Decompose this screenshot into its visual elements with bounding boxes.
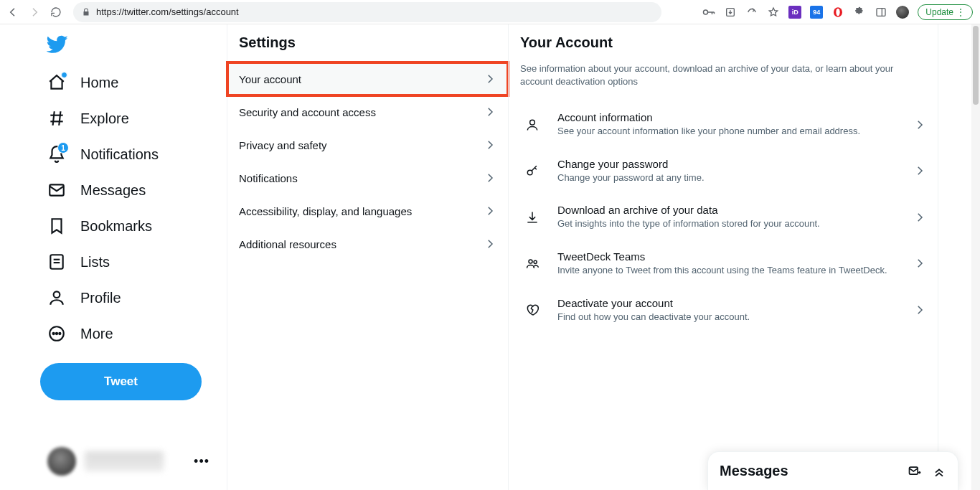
extension-badge-1[interactable]: iD (788, 6, 801, 19)
sidebar-item-notifications[interactable]: 1 Notifications (40, 136, 227, 172)
update-button[interactable]: Update ⋮ (918, 4, 973, 20)
envelope-icon (47, 181, 66, 199)
primary-nav: Home Explore 1 Notifications Messages (0, 24, 227, 490)
svg-point-3 (837, 8, 840, 16)
svg-point-22 (534, 261, 537, 264)
sidebar-item-label: Explore (80, 110, 129, 127)
sidebar-item-bookmarks[interactable]: Bookmarks (40, 208, 227, 244)
settings-item-additional[interactable]: Additional resources (227, 227, 508, 260)
key-icon[interactable] (702, 6, 715, 19)
sidebar-item-label: Messages (80, 182, 146, 199)
browser-nav-icons (7, 6, 62, 18)
hashtag-icon (47, 109, 66, 128)
extensions-puzzle-icon[interactable] (853, 6, 866, 19)
notifications-badge: 1 (57, 142, 69, 154)
profile-avatar-icon[interactable] (896, 6, 909, 19)
detail-item-change-password[interactable]: Change your password Change your passwor… (509, 148, 938, 194)
detail-title: Your Account (509, 24, 938, 62)
detail-item-title: Change your password (557, 158, 900, 170)
detail-item-desc: See your account information like your p… (557, 125, 900, 138)
chevron-right-icon (913, 303, 926, 316)
detail-item-account-info[interactable]: Account information See your account inf… (509, 101, 938, 148)
sidebar-item-label: Profile (80, 290, 121, 306)
opera-icon[interactable] (831, 6, 844, 19)
detail-description: See information about your account, down… (509, 62, 938, 101)
more-dots-icon: ••• (194, 454, 220, 469)
settings-item-security[interactable]: Security and account access (227, 95, 508, 128)
detail-item-desc: Get insights into the type of informatio… (557, 217, 900, 230)
messages-drawer[interactable]: Messages (707, 451, 958, 490)
chevron-right-icon (913, 257, 926, 270)
settings-item-label: Notifications (239, 172, 298, 184)
browser-toolbar: https://twitter.com/settings/account iD … (0, 0, 980, 24)
address-bar[interactable]: https://twitter.com/settings/account (73, 2, 661, 22)
install-icon[interactable] (724, 6, 737, 19)
settings-item-accessibility[interactable]: Accessibility, display, and languages (227, 194, 508, 227)
home-icon (47, 73, 66, 92)
twitter-logo-icon[interactable] (46, 33, 69, 56)
menu-dots-icon: ⋮ (956, 7, 965, 17)
detail-item-title: TweetDeck Teams (557, 250, 900, 263)
reload-icon[interactable] (50, 6, 62, 18)
chevron-right-icon (484, 171, 496, 184)
chevron-right-icon (913, 118, 926, 131)
svg-point-14 (54, 291, 60, 298)
chevron-right-icon (913, 164, 926, 177)
key-icon (524, 163, 540, 179)
sidebar-item-home[interactable]: Home (40, 65, 227, 100)
bell-icon: 1 (47, 145, 66, 164)
back-icon[interactable] (7, 6, 19, 18)
detail-item-desc: Change your password at any time. (557, 171, 900, 184)
tweet-button[interactable]: Tweet (40, 363, 202, 400)
settings-item-label: Additional resources (239, 238, 336, 250)
lists-icon (47, 253, 66, 271)
bookmark-icon (47, 217, 66, 235)
chevron-right-icon (484, 105, 496, 118)
expand-drawer-icon[interactable] (932, 464, 946, 479)
settings-column: Settings Your account Security and accou… (227, 24, 508, 490)
sidebar-item-lists[interactable]: Lists (40, 244, 227, 280)
home-badge-dot (61, 72, 67, 78)
detail-column: Your Account See information about your … (508, 24, 938, 490)
svg-point-0 (704, 10, 708, 14)
star-icon[interactable] (767, 6, 780, 19)
settings-item-privacy[interactable]: Privacy and safety (227, 128, 508, 161)
detail-item-tweetdeck-teams[interactable]: TweetDeck Teams Invite anyone to Tweet f… (509, 240, 938, 287)
messages-drawer-title: Messages (720, 463, 897, 479)
detail-item-title: Deactivate your account (557, 297, 900, 309)
settings-item-your-account[interactable]: Your account (227, 62, 508, 95)
svg-rect-4 (877, 8, 885, 16)
sidebar-item-messages[interactable]: Messages (40, 172, 227, 208)
chevron-right-icon (484, 72, 496, 85)
svg-line-8 (53, 111, 55, 126)
share-icon[interactable] (745, 6, 758, 19)
sidebar-item-more[interactable]: More (40, 316, 227, 352)
detail-item-deactivate[interactable]: Deactivate your account Find out how you… (509, 287, 938, 334)
sidebar-item-label: Bookmarks (80, 218, 152, 235)
scrollbar-thumb[interactable] (973, 26, 979, 105)
chevron-right-icon (913, 211, 926, 224)
settings-item-notifications[interactable]: Notifications (227, 161, 508, 194)
forward-icon[interactable] (29, 6, 40, 18)
svg-point-21 (529, 260, 532, 263)
sidebar-item-explore[interactable]: Explore (40, 100, 227, 136)
person-icon (524, 117, 540, 133)
sidebar-item-profile[interactable]: Profile (40, 280, 227, 316)
detail-item-title: Account information (557, 111, 900, 123)
update-label: Update (925, 7, 953, 17)
detail-item-download-archive[interactable]: Download an archive of your data Get ins… (509, 194, 938, 240)
account-menu[interactable]: ••• (40, 441, 227, 481)
svg-line-9 (59, 111, 60, 126)
new-message-icon[interactable] (908, 464, 922, 479)
people-icon (524, 255, 540, 271)
extension-badge-2[interactable]: 94 (810, 6, 823, 19)
svg-point-20 (527, 170, 532, 175)
vertical-scrollbar[interactable] (971, 24, 980, 490)
sidepanel-icon[interactable] (875, 6, 887, 19)
sidebar-item-label: More (80, 326, 113, 342)
sidebar-item-label: Notifications (80, 146, 159, 163)
sidebar-item-label: Home (80, 75, 118, 91)
sidebar-item-label: Lists (80, 254, 110, 270)
more-circle-icon (47, 324, 66, 343)
profile-icon (47, 288, 66, 307)
